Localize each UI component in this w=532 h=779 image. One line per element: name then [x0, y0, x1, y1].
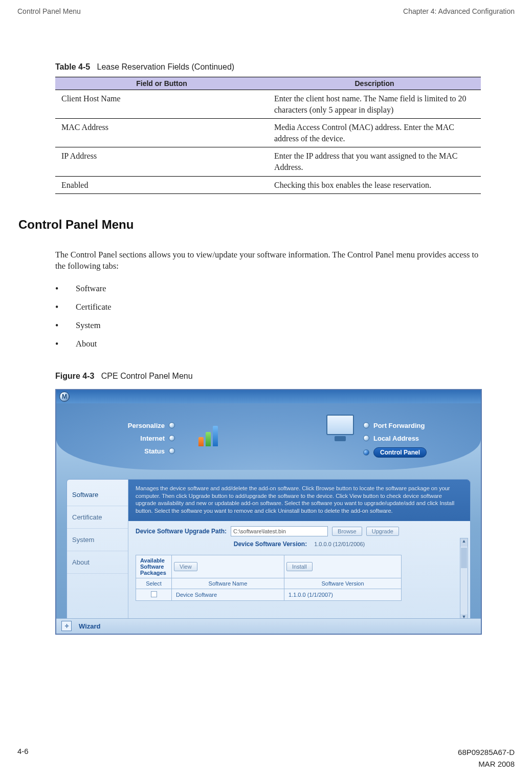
side-tabs: Software Certificate System About [67, 480, 128, 627]
list-item: Software [55, 279, 507, 298]
figure-title: CPE Control Panel Menu [101, 372, 193, 380]
table-caption: Table 4-5 Lease Reservation Fields (Cont… [55, 62, 507, 72]
tab-software[interactable]: Software [67, 484, 128, 506]
table-row: IP Address Enter the IP address that you… [55, 147, 481, 176]
page-footer: 4-6 68P09285A67-D MAR 2008 [17, 747, 515, 770]
doc-number: 68P09285A67-D [458, 747, 515, 759]
nav-status[interactable]: Status [88, 447, 175, 455]
nav-label: Internet [140, 435, 165, 442]
browse-button[interactable]: Browse [332, 527, 362, 536]
col-field: Field or Button [55, 77, 268, 90]
nav-internet[interactable]: Internet [88, 435, 175, 442]
field-name: Client Host Name [55, 90, 268, 119]
list-item: System [55, 316, 507, 335]
content-panel: Software Certificate System About Manage… [66, 479, 471, 627]
table-row: MAC Address Media Access Control (MAC) a… [55, 119, 481, 147]
col-select: Select [136, 578, 172, 589]
pkg-row: Device Software 1.1.0.0 (1/1/2007) [136, 589, 402, 601]
doc-date: MAR 2008 [458, 759, 515, 770]
bottom-bar: ✧ Wizard [56, 618, 481, 634]
nav-personalize[interactable]: Personalize [88, 422, 175, 429]
col-description: Description [268, 77, 481, 90]
page-number: 4-6 [17, 747, 29, 770]
dot-icon [169, 448, 175, 454]
pkg-header: Available Software Packages [136, 555, 172, 578]
col-name: Software Name [172, 578, 284, 589]
scroll-up-icon[interactable]: ▲ [460, 538, 468, 547]
wizard-icon[interactable]: ✧ [61, 621, 72, 631]
dot-icon [363, 435, 369, 441]
scroll-thumb[interactable] [461, 548, 467, 568]
nav-local-address[interactable]: Local Address [363, 435, 460, 442]
packages-table: Available Software Packages View Install… [136, 555, 402, 601]
help-text: Manages the device software and add/dele… [136, 485, 463, 515]
table-title: Lease Reservation Fields (Continued) [97, 62, 235, 71]
tab-system[interactable]: System [67, 529, 128, 551]
left-nav: Personalize Internet Status [88, 422, 175, 460]
nav-label: Port Forwarding [373, 422, 425, 429]
body-paragraph: The Control Panel sections allows you to… [55, 249, 485, 272]
dot-icon [363, 449, 369, 456]
running-head-right: Chapter 4: Advanced Configuration [403, 7, 515, 15]
field-name: MAC Address [55, 119, 268, 147]
tab-certificate[interactable]: Certificate [67, 506, 128, 529]
upgrade-path-label: Device Software Upgrade Path: [136, 528, 227, 535]
pkg-name: Device Software [172, 589, 284, 601]
nav-label: Personalize [128, 422, 165, 429]
right-nav: Port Forwarding Local Address Control Pa… [363, 422, 460, 463]
nav-port-forwarding[interactable]: Port Forwarding [363, 422, 460, 429]
figure-caption: Figure 4-3 CPE Control Panel Menu [55, 372, 507, 381]
monitor-icon [322, 415, 358, 443]
version-row: Device Software Version: 1.0.0.0 (12/01/… [136, 540, 463, 548]
dot-icon [169, 435, 175, 441]
window-titlebar: M [56, 390, 481, 403]
field-desc: Enter the IP address that you want assig… [268, 147, 481, 176]
dot-icon [363, 422, 369, 428]
chart-bars-icon [198, 418, 234, 446]
field-desc: Enter the client host name. The Name fie… [268, 90, 481, 119]
table-row: Client Host Name Enter the client host n… [55, 90, 481, 119]
fields-table: Field or Button Description Client Host … [55, 77, 481, 194]
scrollbar[interactable]: ▲ ▼ [460, 538, 468, 623]
nav-label: Local Address [373, 435, 419, 442]
version-value: 1.0.0.0 (12/01/2006) [314, 541, 365, 547]
version-label: Device Software Version: [234, 540, 307, 548]
field-desc: Media Access Control (MAC) address. Ente… [268, 119, 481, 147]
panel-main: Manages the device software and add/dele… [128, 480, 470, 627]
list-item: About [55, 335, 507, 353]
running-head-left: Control Panel Menu [17, 7, 81, 15]
app-screenshot: M Personalize Internet Status [55, 389, 482, 635]
field-desc: Checking this box enables the lease rese… [268, 176, 481, 194]
upgrade-path-input[interactable] [231, 526, 328, 536]
upgrade-path-row: Device Software Upgrade Path: Browse Upg… [136, 526, 463, 536]
motorola-logo-icon: M [59, 392, 70, 402]
field-name: IP Address [55, 147, 268, 176]
wizard-label[interactable]: Wizard [79, 622, 101, 630]
figure-number: Figure 4-3 [55, 372, 94, 380]
section-heading: Control Panel Menu [18, 218, 507, 232]
col-version: Software Version [284, 578, 402, 589]
bullet-list: Software Certificate System About [55, 279, 507, 353]
table-row: Enabled Checking this box enables the le… [55, 176, 481, 194]
table-number: Table 4-5 [55, 62, 90, 71]
nav-pill-active: Control Panel [373, 447, 427, 458]
pkg-version: 1.1.0.0 (1/1/2007) [284, 589, 402, 601]
install-button[interactable]: Install [286, 562, 313, 571]
select-checkbox[interactable] [151, 591, 157, 597]
field-name: Enabled [55, 176, 268, 194]
nav-control-panel[interactable]: Control Panel [363, 447, 460, 458]
list-item: Certificate [55, 298, 507, 316]
nav-label: Status [144, 447, 165, 455]
upgrade-button[interactable]: Upgrade [366, 527, 399, 536]
view-button[interactable]: View [174, 562, 197, 571]
tab-about[interactable]: About [67, 551, 128, 574]
dot-icon [169, 422, 175, 428]
